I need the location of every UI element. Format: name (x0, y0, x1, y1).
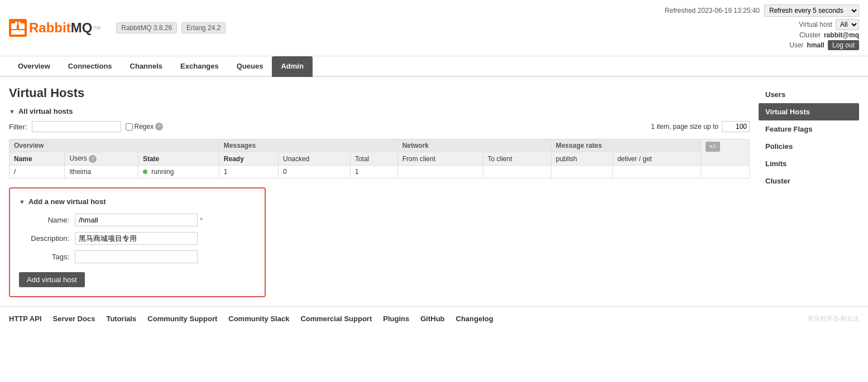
footer: HTTP API Server Docs Tutorials Community… (0, 306, 868, 331)
all-vhosts-section-header[interactable]: ▼ All virtual hosts (9, 107, 750, 115)
user-row: User hmall Log out (665, 40, 859, 50)
footer-tutorials[interactable]: Tutorials (106, 315, 136, 323)
main-content: Virtual Hosts ▼ All virtual hosts Filter… (0, 77, 868, 306)
plus-minus-button[interactable]: +/- (706, 142, 720, 152)
nav-exchanges[interactable]: Exchanges (171, 56, 228, 77)
logo-rabbit: Rabbit (29, 20, 71, 35)
sidebar-item-policies[interactable]: Policies (759, 138, 859, 155)
add-vhost-header[interactable]: ▼ Add a new virtual host (19, 197, 256, 206)
footer-plugins[interactable]: Plugins (383, 315, 409, 323)
user-label: User (789, 41, 803, 49)
vhost-select[interactable]: All (836, 19, 859, 30)
sidebar-item-virtual-hosts[interactable]: Virtual Hosts (759, 103, 859, 120)
row-name[interactable]: / (9, 166, 65, 178)
footer-commercial-support[interactable]: Commercial Support (300, 315, 372, 323)
plus-minus-cell: +/- (701, 139, 750, 166)
add-vhost-section: ▼ Add a new virtual host Name: * Descrip… (9, 187, 266, 297)
page-size-prefix: 1 item, page size up to (651, 123, 718, 130)
nav-connections[interactable]: Connections (59, 56, 121, 77)
col-to-client: To client (483, 152, 551, 166)
col-ready: Ready (219, 152, 278, 166)
row-users: itheima (65, 166, 138, 178)
footer-community-support[interactable]: Community Support (147, 315, 217, 323)
nav-queues[interactable]: Queues (228, 56, 272, 77)
user-value: hmall (807, 41, 824, 49)
row-total: 1 (350, 166, 397, 178)
description-input[interactable] (75, 232, 198, 245)
row-ready: 1 (219, 166, 278, 178)
tags-input[interactable] (75, 250, 198, 263)
footer-http-api[interactable]: HTTP API (9, 315, 42, 323)
row-to-client (483, 166, 551, 178)
refresh-row: Refreshed 2023-06-19 13:25:40 Refresh ev… (665, 4, 859, 17)
rabbitmq-logo-icon (9, 19, 27, 37)
col-publish: publish (551, 152, 612, 166)
regex-help-icon[interactable]: ? (155, 123, 163, 130)
add-vhost-title: Add a new virtual host (28, 197, 106, 206)
filter-row: Filter: Regex ? 1 item, page size up to (9, 121, 750, 132)
name-form-row: Name: * (19, 214, 256, 226)
erlang-version-badge: Erlang 24.2 (181, 22, 226, 33)
refresh-interval-select[interactable]: Refresh every 5 seconds No refresh Refre… (764, 4, 859, 17)
sidebar-item-feature-flags[interactable]: Feature Flags (759, 120, 859, 138)
sidebar-item-cluster[interactable]: Cluster (759, 172, 859, 190)
tags-form-row: Tags: (19, 250, 256, 263)
svg-rect-5 (18, 22, 21, 25)
table-row[interactable]: / itheima running 1 0 1 (9, 166, 750, 178)
description-form-label: Description: (19, 234, 75, 243)
sidebar-item-users[interactable]: Users (759, 86, 859, 103)
row-unacked: 0 (279, 166, 351, 178)
footer-changelog[interactable]: Changelog (456, 315, 493, 323)
col-unacked: Unacked (279, 152, 351, 166)
page-title: Virtual Hosts (9, 86, 750, 100)
nav-overview[interactable]: Overview (9, 56, 59, 77)
sidebar: Users Virtual Hosts Feature Flags Polici… (759, 86, 859, 297)
col-group-overview: Overview (9, 139, 219, 152)
filter-label: Filter: (9, 123, 27, 131)
watermark: 黑马程序员-初元达 (808, 315, 859, 323)
cluster-value: rabbit@mq (824, 31, 859, 39)
page-size-info: 1 item, page size up to (651, 121, 750, 132)
regex-label: Regex (135, 123, 154, 130)
row-state: running (138, 166, 219, 178)
page-size-input[interactable] (722, 121, 750, 132)
row-from-client (397, 166, 483, 178)
rabbitmq-version-badge: RabbitMQ 3.8.26 (116, 22, 177, 33)
col-state: State (138, 152, 219, 166)
required-star: * (200, 216, 203, 224)
nav-channels[interactable]: Channels (121, 56, 172, 77)
col-name: Name (9, 152, 65, 166)
cluster-label: Cluster (799, 31, 821, 39)
regex-checkbox-row: Regex ? (126, 123, 164, 130)
row-publish (551, 166, 612, 178)
vhost-label: Virtual host (799, 21, 832, 28)
refreshed-timestamp: Refreshed 2023-06-19 13:25:40 (665, 7, 760, 14)
svg-rect-4 (15, 22, 17, 25)
add-vhost-collapse-icon: ▼ (19, 199, 25, 205)
col-group-message-rates: Message rates (551, 139, 701, 152)
sidebar-item-limits[interactable]: Limits (759, 155, 859, 172)
name-input[interactable] (75, 214, 198, 226)
add-virtual-host-button[interactable]: Add virtual host (19, 272, 85, 287)
nav-admin[interactable]: Admin (272, 56, 312, 77)
version-badges: RabbitMQ 3.8.26 Erlang 24.2 (116, 22, 226, 33)
regex-checkbox[interactable] (126, 123, 133, 130)
users-help-icon[interactable]: ? (89, 155, 97, 163)
vhost-link[interactable]: / (14, 168, 16, 176)
col-group-messages: Messages (219, 139, 397, 152)
footer-github[interactable]: GitHub (420, 315, 444, 323)
vhost-table: Overview Messages Network Message rates … (9, 139, 750, 178)
nav-bar: Overview Connections Channels Exchanges … (0, 56, 868, 77)
description-form-row: Description: (19, 232, 256, 245)
logo-text: RabbitMQ (29, 20, 92, 36)
col-users: Users ? (65, 152, 138, 166)
filter-input[interactable] (32, 121, 121, 132)
footer-server-docs[interactable]: Server Docs (53, 315, 95, 323)
all-vhosts-label: All virtual hosts (18, 107, 73, 115)
footer-community-slack[interactable]: Community Slack (228, 315, 289, 323)
top-header: RabbitMQ TM RabbitMQ 3.8.26 Erlang 24.2 … (0, 0, 868, 56)
logout-button[interactable]: Log out (828, 40, 859, 50)
logo: RabbitMQ TM (9, 19, 100, 37)
svg-rect-3 (11, 30, 25, 35)
col-deliver-get: deliver / get (612, 152, 701, 166)
